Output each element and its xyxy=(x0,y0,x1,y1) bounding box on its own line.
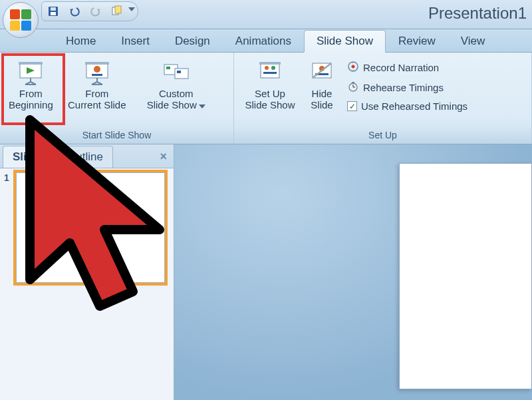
tab-review[interactable]: Review xyxy=(386,30,448,52)
tab-home[interactable]: Home xyxy=(53,30,108,52)
redo-icon[interactable] xyxy=(90,5,102,17)
record-narration-icon xyxy=(347,61,359,75)
custom-slideshow-label-1: Custom xyxy=(159,88,194,99)
svg-rect-14 xyxy=(92,74,102,76)
hide-slide-icon xyxy=(307,59,337,87)
svg-rect-23 xyxy=(261,63,279,78)
from-beginning-label-2: Beginning xyxy=(9,99,53,110)
from-current-slide-button[interactable]: From Current Slide xyxy=(58,55,136,113)
office-button[interactable] xyxy=(3,2,39,38)
from-current-label-2: Current Slide xyxy=(68,99,126,110)
slide-thumbnail-1[interactable] xyxy=(16,172,165,283)
tab-view[interactable]: View xyxy=(448,30,498,52)
tab-insert[interactable]: Insert xyxy=(108,30,162,52)
tab-design[interactable]: Design xyxy=(162,30,223,52)
office-logo-icon xyxy=(10,9,31,31)
hide-slide-button[interactable]: Hide Slide xyxy=(302,55,342,113)
tab-slideshow[interactable]: Slide Show xyxy=(304,30,386,53)
slide-canvas[interactable] xyxy=(399,163,532,389)
svg-rect-27 xyxy=(259,62,281,65)
from-beginning-icon xyxy=(15,59,46,87)
rehearse-timings-button[interactable]: Rehearse Timings xyxy=(344,79,470,96)
custom-slideshow-icon xyxy=(161,59,192,87)
ribbon: From Beginning From Current Slide Cust xyxy=(0,53,532,144)
checkbox-icon: ✓ xyxy=(347,101,357,111)
record-narration-label: Record Narration xyxy=(363,62,439,73)
quick-access-toolbar xyxy=(41,1,138,21)
record-narration-button[interactable]: Record Narration xyxy=(344,59,470,76)
from-beginning-button[interactable]: From Beginning xyxy=(4,55,58,113)
svg-rect-26 xyxy=(263,72,277,74)
workspace: Slides Outline × 1 xyxy=(0,144,532,400)
setup-slideshow-icon xyxy=(255,59,285,87)
from-current-label-1: From xyxy=(85,88,108,99)
panel-close-icon[interactable]: × xyxy=(160,150,167,164)
svg-rect-4 xyxy=(115,6,121,13)
panel-tab-slides[interactable]: Slides xyxy=(3,146,56,168)
svg-rect-12 xyxy=(85,62,109,65)
thumb-number: 1 xyxy=(4,172,12,283)
ribbon-tabs: Home Insert Design Animations Slide Show… xyxy=(0,29,532,53)
group-set-up: Set Up Slide Show Hide Slide Rec xyxy=(234,53,532,144)
slide-editor-area[interactable] xyxy=(174,144,532,400)
svg-rect-6 xyxy=(19,62,43,65)
use-rehearsed-timings-checkbox[interactable]: ✓ Use Rehearsed Timings xyxy=(344,99,470,113)
svg-rect-2 xyxy=(51,12,56,15)
qat-dropdown-icon[interactable] xyxy=(128,7,135,11)
svg-rect-37 xyxy=(352,82,354,83)
from-current-slide-icon xyxy=(82,59,112,87)
hide-label-2: Slide xyxy=(311,99,332,110)
quick-print-icon[interactable] xyxy=(111,5,123,17)
group-label-setup: Set Up xyxy=(234,127,531,144)
undo-icon[interactable] xyxy=(68,5,80,17)
rehearse-timings-label: Rehearse Timings xyxy=(363,82,444,93)
use-rehearsed-label: Use Rehearsed Timings xyxy=(361,100,467,112)
from-beginning-label-1: From xyxy=(19,88,43,99)
svg-point-25 xyxy=(271,66,275,70)
svg-rect-20 xyxy=(175,69,188,79)
chevron-down-icon xyxy=(199,104,205,108)
svg-rect-22 xyxy=(177,71,181,73)
panel-tabs: Slides Outline × xyxy=(0,144,174,168)
setup-slideshow-button[interactable]: Set Up Slide Show xyxy=(238,55,302,113)
group-start-slideshow: From Beginning From Current Slide Cust xyxy=(0,53,234,144)
tab-animations[interactable]: Animations xyxy=(223,30,304,52)
svg-rect-1 xyxy=(51,7,56,11)
panel-tab-outline[interactable]: Outline xyxy=(57,146,113,168)
save-icon[interactable] xyxy=(47,5,59,17)
custom-slideshow-label-2: Slide Show xyxy=(147,99,197,110)
svg-point-24 xyxy=(265,66,269,70)
hide-label-1: Hide xyxy=(312,88,332,99)
slides-panel: Slides Outline × 1 xyxy=(0,144,174,400)
rehearse-timings-icon xyxy=(347,81,359,95)
group-label-start: Start Slide Show xyxy=(0,127,233,144)
setup-label-2: Slide Show xyxy=(245,99,295,110)
title-bar: Presentation1 xyxy=(0,0,532,29)
svg-rect-21 xyxy=(166,67,170,69)
svg-point-33 xyxy=(352,65,355,69)
svg-point-13 xyxy=(94,66,100,73)
custom-slideshow-button[interactable]: Custom Slide Show xyxy=(136,55,216,113)
document-title: Presentation1 xyxy=(428,4,527,23)
thumbnails: 1 xyxy=(0,168,174,400)
setup-label-1: Set Up xyxy=(255,88,285,99)
